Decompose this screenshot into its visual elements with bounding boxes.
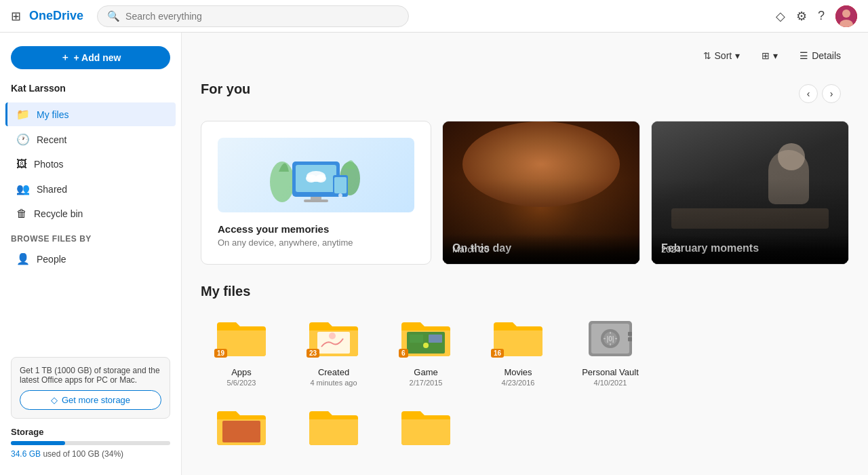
folder-vault-icon-wrap: |0| [578, 309, 643, 363]
folder-created-name: Created [318, 367, 349, 377]
grid-icon: ⊞ [762, 50, 770, 61]
svg-point-14 [338, 193, 342, 197]
sidebar-item-recent[interactable]: 🕐 Recent [5, 128, 176, 151]
storage-bar-bg [11, 441, 170, 445]
sidebar-item-shared[interactable]: 👥 Shared [5, 177, 176, 201]
sidebar-user: Kat Larsson [0, 77, 181, 102]
for-you-title: For you [201, 81, 250, 97]
february-moments-card[interactable]: February moments 2024 [651, 121, 849, 265]
folder-movies-name: Movies [504, 367, 532, 377]
folder-created-icon-wrap: 23 [301, 309, 366, 363]
apps-grid-icon[interactable]: ⊞ [11, 9, 21, 24]
storage-bar-fill [11, 441, 65, 445]
people-icon: 👤 [16, 252, 30, 265]
memories-subtitle: On any device, anywhere, anytime [218, 238, 353, 248]
on-this-day-card[interactable]: On this day March 20 [442, 121, 640, 265]
get-more-storage-button[interactable]: ◇ Get more storage [20, 390, 161, 410]
svg-rect-25 [628, 332, 632, 336]
folder-created-badge: 23 [307, 349, 319, 358]
folder-game-badge: 6 [399, 349, 408, 358]
on-this-day-overlay: On this day March 20 [443, 245, 639, 264]
view-chevron-icon: ▾ [773, 50, 778, 61]
folder-apps-badge: 19 [214, 349, 227, 358]
premium-icon[interactable]: ◇ [776, 9, 785, 24]
folder-vault-name: Personal Vault [582, 367, 639, 377]
svg-rect-19 [429, 335, 442, 343]
svg-rect-26 [628, 337, 632, 341]
february-moments-subtitle: 2024 [652, 235, 848, 264]
svg-rect-32 [222, 421, 260, 442]
folder-extra-1-icon-wrap [209, 398, 274, 452]
search-box[interactable]: 🔍 [97, 5, 409, 27]
add-new-button[interactable]: ＋ + Add new [11, 46, 170, 69]
sidebar: ＋ + Add new Kat Larsson 📁 My files 🕐 Rec… [0, 33, 182, 475]
details-icon: ☰ [800, 50, 808, 61]
memories-illustration [218, 138, 414, 212]
browse-section-label: Browse files by [0, 226, 181, 246]
shared-icon: 👥 [16, 183, 30, 195]
search-icon: 🔍 [107, 10, 120, 22]
february-moments-overlay: February moments 2024 [652, 245, 848, 264]
photo-icon: 🖼 [16, 158, 27, 170]
details-button[interactable]: ☰ Details [791, 46, 849, 65]
svg-rect-18 [410, 335, 423, 343]
for-you-cards: Access your memories On any device, anyw… [201, 121, 849, 265]
clock-icon: 🕐 [16, 133, 30, 146]
sidebar-item-my-files[interactable]: 📁 My files [5, 102, 176, 126]
avatar[interactable] [835, 5, 857, 27]
svg-rect-6 [304, 200, 328, 202]
carousel-next-button[interactable]: › [822, 84, 841, 103]
sidebar-item-photos[interactable]: 🖼 Photos [5, 153, 176, 176]
folder-personal-vault[interactable]: |0| Personal Vault 4/10/2021 [570, 309, 651, 387]
svg-point-11 [315, 174, 326, 183]
sort-button[interactable]: ⇅ Sort ▾ [695, 46, 749, 65]
folder-movies-date: 4/23/2016 [502, 379, 535, 387]
storage-promo: Get 1 TB (1000 GB) of storage and the la… [11, 357, 170, 419]
memories-card[interactable]: Access your memories On any device, anyw… [201, 121, 431, 265]
folder-extra-2-icon-wrap [301, 398, 366, 452]
svg-point-20 [423, 343, 429, 348]
recycle-icon: 🗑 [16, 208, 27, 220]
svg-point-10 [306, 174, 317, 183]
folder-apps-date: 5/6/2023 [227, 379, 256, 387]
on-this-day-subtitle: March 20 [443, 235, 639, 264]
svg-rect-13 [334, 177, 347, 193]
folder-movies-badge: 16 [491, 349, 504, 358]
sidebar-bottom: Get 1 TB (1000 GB) of storage and the la… [0, 349, 181, 467]
carousel-prev-button[interactable]: ‹ [799, 84, 818, 103]
folder-game[interactable]: 6 Game 2/17/2015 [385, 309, 467, 387]
folder-apps-name: Apps [231, 367, 252, 377]
folder-extra-2[interactable] [293, 398, 374, 452]
folder-apps[interactable]: 19 Apps 5/6/2023 [201, 309, 282, 387]
help-icon[interactable]: ? [818, 9, 825, 23]
storage-used: 34.6 GB [11, 449, 41, 459]
for-you-section: For you ‹ › [201, 76, 849, 265]
plus-icon: ＋ [60, 52, 70, 64]
topbar-actions: ◇ ⚙ ? [776, 5, 857, 27]
sort-chevron-icon: ▾ [735, 50, 740, 61]
folder-vault-date: 4/10/2021 [594, 379, 627, 387]
sort-icon: ⇅ [703, 50, 711, 61]
sidebar-item-recycle-bin[interactable]: 🗑 Recycle bin [5, 202, 176, 225]
folder-game-icon-wrap: 6 [393, 309, 458, 363]
sidebar-item-people[interactable]: 👤 People [5, 247, 176, 271]
diamond-icon: ◇ [51, 395, 58, 405]
my-files-section: My files 19 Apps 5/6/2023 [201, 284, 849, 452]
main-content: ⇅ Sort ▾ ⊞ ▾ ☰ Details For you ‹ › [182, 33, 868, 475]
folder-extra-1[interactable] [201, 398, 282, 452]
layout: ＋ + Add new Kat Larsson 📁 My files 🕐 Rec… [0, 33, 868, 475]
folder-icon: 📁 [16, 108, 30, 121]
folder-extra-3[interactable] [385, 398, 467, 452]
search-input[interactable] [125, 11, 399, 22]
memories-title: Access your memories [218, 223, 329, 235]
folder-movies-icon-wrap: 16 [486, 309, 551, 363]
folder-game-name: Game [414, 367, 437, 377]
folder-created[interactable]: 23 Created 4 minutes ago [293, 309, 374, 387]
settings-icon[interactable]: ⚙ [796, 9, 807, 24]
svg-text:|0|: |0| [606, 335, 614, 343]
view-toggle-button[interactable]: ⊞ ▾ [753, 46, 786, 65]
topbar: ⊞ OneDrive 🔍 ◇ ⚙ ? [0, 0, 868, 33]
folder-movies[interactable]: 16 Movies 4/23/2016 [477, 309, 559, 387]
storage-label: Storage [11, 427, 170, 437]
storage-text: 34.6 GB used of 100 GB (34%) [11, 449, 170, 459]
